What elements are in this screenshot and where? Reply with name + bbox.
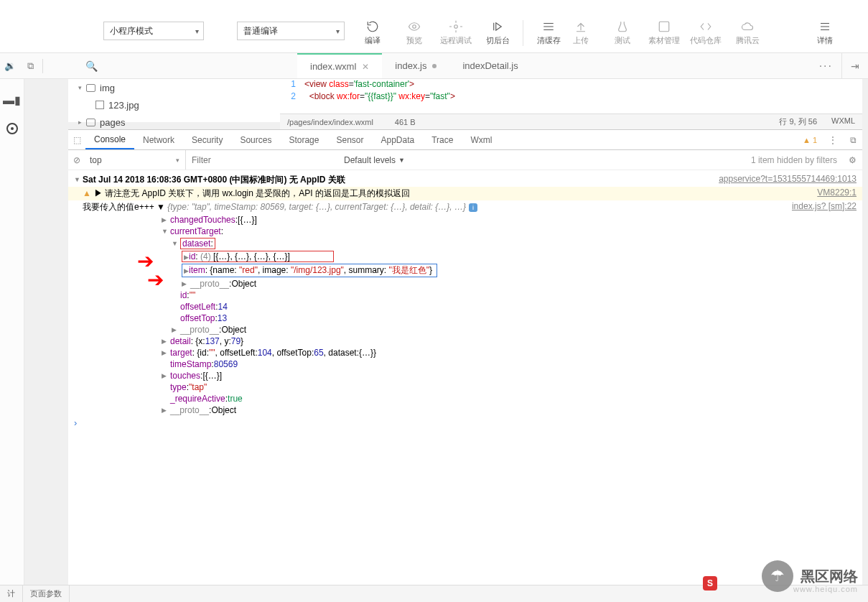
console-settings-icon[interactable]: ⚙ bbox=[843, 155, 862, 165]
search-icon[interactable]: 🔍 bbox=[80, 60, 103, 72]
console-output[interactable]: ▼Sat Jul 14 2018 16:08:36 GMT+0800 (中国标准… bbox=[68, 170, 862, 585]
tab-appdata[interactable]: AppData bbox=[373, 130, 424, 149]
more-icon[interactable]: ··· bbox=[811, 60, 841, 73]
annotation-arrow-icon: ➔ bbox=[147, 268, 164, 292]
phone-battery-icon: ▬▮ bbox=[3, 93, 21, 107]
tab-network[interactable]: Network bbox=[134, 130, 183, 149]
remote-debug-button[interactable]: 远程调试 bbox=[435, 17, 477, 49]
tab-security[interactable]: Security bbox=[183, 130, 231, 149]
dock-icon[interactable]: ⧉ bbox=[844, 135, 862, 145]
cloud-button[interactable]: 腾讯云 bbox=[727, 17, 768, 49]
folder-icon bbox=[86, 84, 95, 92]
tab-sources[interactable]: Sources bbox=[231, 130, 280, 149]
tab-wxml[interactable]: Wxml bbox=[462, 130, 500, 149]
folder-icon bbox=[86, 119, 95, 126]
details-button[interactable]: 详情 bbox=[804, 17, 846, 49]
language-mode: WXML bbox=[831, 116, 855, 127]
left-icon-strip: ▬▮ bbox=[0, 0, 24, 602]
tree-file-123[interactable]: 123.jpg bbox=[68, 96, 280, 114]
footer-page-params[interactable]: 页面参数 bbox=[23, 585, 70, 602]
ime-indicator-icon: S bbox=[703, 576, 717, 591]
console-prompt[interactable]: › bbox=[68, 416, 862, 430]
devtools-menu-icon[interactable]: ⋮ bbox=[821, 135, 844, 145]
close-icon[interactable]: ✕ bbox=[362, 62, 369, 72]
file-tree: ▾img 123.jpg ▸pages bbox=[68, 79, 280, 122]
image-file-icon bbox=[95, 101, 104, 109]
editor-tab-bar: 🔉 ⧉ 🔍 ··· ⇥ index.wxml✕ index.js indexDe… bbox=[0, 52, 868, 79]
file-path: /pages/index/index.wxml bbox=[287, 118, 373, 126]
repo-button[interactable]: 代码仓库 bbox=[685, 17, 727, 49]
compile-button[interactable]: 编译 bbox=[352, 17, 393, 49]
element-picker-icon[interactable]: ⬚ bbox=[68, 135, 85, 145]
tab-sensor[interactable]: Sensor bbox=[327, 130, 372, 149]
watermark-logo-icon: ☂ bbox=[762, 560, 793, 592]
warning-icon: ▲ bbox=[83, 188, 91, 198]
background-button[interactable]: 切后台 bbox=[477, 17, 518, 49]
svg-rect-2 bbox=[659, 22, 669, 32]
warning-badge[interactable]: ▲ 1 bbox=[803, 136, 821, 144]
file-size: 461 B bbox=[395, 118, 416, 126]
tab-trace[interactable]: Trace bbox=[423, 130, 462, 149]
devtools-tabs: ⬚ Console Network Security Sources Stora… bbox=[68, 130, 862, 150]
target-icon bbox=[6, 123, 18, 134]
upload-button[interactable]: 上传 bbox=[560, 17, 602, 49]
sound-icon[interactable]: 🔉 bbox=[0, 60, 20, 71]
cursor-position: 行 9, 列 56 bbox=[779, 116, 817, 127]
test-button[interactable]: 测试 bbox=[602, 17, 643, 49]
devtools-panel: ⬚ Console Network Security Sources Stora… bbox=[68, 129, 862, 585]
status-footer: 计 页面参数 bbox=[0, 585, 868, 602]
tab-index-js[interactable]: index.js bbox=[382, 53, 449, 78]
tab-console[interactable]: Console bbox=[85, 130, 134, 149]
hidden-count: 1 item hidden by filters bbox=[751, 155, 843, 165]
info-icon[interactable]: i bbox=[469, 203, 477, 212]
source-link[interactable]: index.js? [sm]:22 bbox=[783, 201, 857, 211]
watermark: ☂ 黑区网络 www.heiqu.com bbox=[762, 560, 858, 592]
filter-input[interactable] bbox=[186, 150, 337, 170]
panel-toggle-icon[interactable]: ⇥ bbox=[841, 53, 868, 78]
toolbar: 小程序模式 普通编译 编译 预览 远程调试 切后台 清缓存 上传 测试 素材管理… bbox=[0, 0, 868, 52]
clear-console-icon[interactable]: ⊘ bbox=[68, 155, 85, 165]
tree-folder-pages[interactable]: ▸pages bbox=[68, 114, 280, 131]
source-link[interactable]: VM8229:1 bbox=[808, 187, 857, 198]
tab-indexdetail-js[interactable]: indexDetail.js bbox=[449, 53, 531, 78]
assets-button[interactable]: 素材管理 bbox=[643, 17, 685, 49]
tree-folder-img[interactable]: ▾img bbox=[68, 79, 280, 96]
preview-button[interactable]: 预览 bbox=[393, 17, 435, 49]
source-link[interactable]: appservice?t=1531555714469:1013 bbox=[710, 174, 857, 184]
context-select[interactable]: top bbox=[85, 150, 186, 170]
console-filter-bar: ⊘ top Default levels ▼ 1 item hidden by … bbox=[68, 150, 862, 170]
mode-select[interactable]: 小程序模式 bbox=[103, 22, 204, 40]
log-levels-select[interactable]: Default levels ▼ bbox=[337, 155, 412, 165]
svg-point-1 bbox=[454, 25, 458, 29]
compile-select[interactable]: 普通编译 bbox=[237, 22, 345, 40]
editor-status-bar: /pages/index/index.wxml 461 B 行 9, 列 56W… bbox=[280, 114, 862, 129]
tab-storage[interactable]: Storage bbox=[280, 130, 327, 149]
footer-stats[interactable]: 计 bbox=[0, 585, 23, 602]
devices-icon[interactable]: ⧉ bbox=[20, 60, 40, 72]
tab-index-wxml[interactable]: index.wxml✕ bbox=[297, 53, 382, 78]
modified-dot-icon bbox=[432, 64, 437, 68]
svg-point-0 bbox=[413, 25, 416, 29]
